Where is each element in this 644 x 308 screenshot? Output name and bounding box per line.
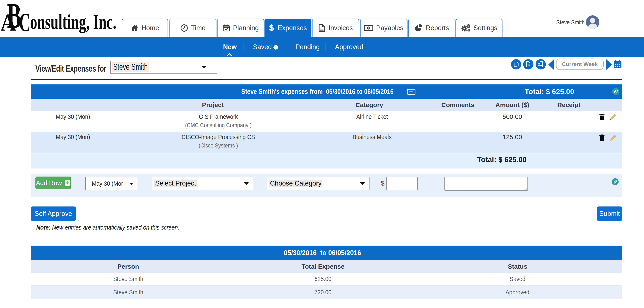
svg-text:1: 1: [368, 26, 370, 30]
svg-text:PDF: PDF: [526, 64, 530, 66]
svg-text:X: X: [538, 63, 540, 67]
svg-text:C: C: [19, 8, 30, 37]
svg-text:onsulting, Inc.: onsulting, Inc.: [30, 10, 116, 33]
